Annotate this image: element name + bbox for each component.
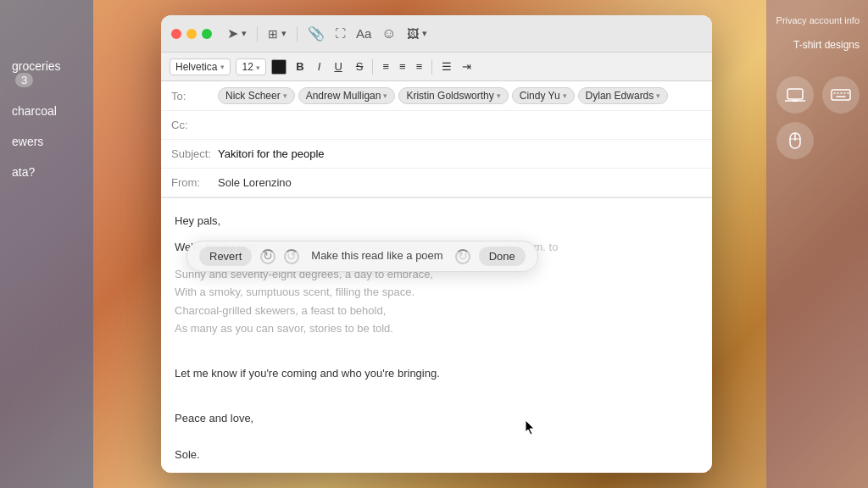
sidebar-item-ewers[interactable]: ewers — [0, 126, 93, 157]
minimize-button[interactable] — [186, 29, 197, 39]
from-field-row: From: Sole Lorenzino — [161, 169, 712, 197]
sidebar-item-label: ewers — [12, 135, 43, 148]
ai-done-spinner-icon: ↻ — [455, 249, 470, 264]
font-size-value: 12 — [242, 61, 253, 73]
subject-value[interactable]: Yakitori for the people — [218, 147, 325, 160]
keyboard-icon[interactable] — [822, 76, 860, 114]
divider — [257, 26, 258, 42]
sidebar-item-label: charcoal — [12, 104, 57, 118]
mail-window: ➤ ▾ ⊞ ▾ 📎 ⛶ Aa ☺ 🖼 ▾ Helvetica ▾ 12 ▾ B … — [161, 15, 712, 473]
font-dropdown-icon: ▾ — [220, 63, 225, 71]
revert-button[interactable]: Revert — [199, 247, 252, 266]
size-dropdown-icon: ▾ — [256, 64, 260, 72]
recipient-name: Kristin Goldsworthy — [406, 90, 493, 102]
align-center-button[interactable]: ≡ — [395, 58, 410, 75]
mouse-icon[interactable] — [776, 122, 814, 159]
archive-icon[interactable]: ⊞ — [268, 27, 278, 41]
to-label: To: — [171, 90, 218, 103]
recipient-nick-scheer[interactable]: Nick Scheer ▾ — [218, 87, 295, 104]
laptop-icon[interactable] — [776, 76, 814, 114]
fullscreen-icon[interactable]: ⛶ — [335, 27, 346, 40]
sidebar-item-label: ata? — [12, 165, 35, 179]
right-panel-title: Privacy account info — [766, 8, 868, 32]
ai-toolbar: Revert ↻ ↺ Make this read like a poem ↻ … — [186, 241, 538, 272]
ai-spinner-icon: ↻ — [260, 249, 275, 264]
icon-grid — [766, 66, 868, 169]
signature-text: Sole. — [175, 446, 698, 463]
recipient-name: Andrew Mulligan — [306, 90, 381, 102]
font-size-selector[interactable]: 12 ▾ — [236, 58, 266, 75]
recipient-name: Dylan Edwards — [586, 90, 654, 102]
maximize-button[interactable] — [202, 29, 212, 39]
emoji-icon[interactable]: ☺ — [381, 25, 396, 42]
poem-text: Sunny and seventy-eight degrees, a day t… — [175, 265, 698, 338]
recipient-dropdown-icon: ▾ — [497, 92, 501, 100]
font-name: Helvetica — [175, 61, 217, 73]
to-field-content: Nick Scheer ▾ Andrew Mulligan ▾ Kristin … — [218, 87, 702, 104]
recipient-dropdown-icon: ▾ — [656, 92, 660, 100]
svg-rect-0 — [787, 89, 803, 99]
right-panel-tshirt[interactable]: T-shirt designs — [766, 32, 868, 58]
recipient-kristin-goldsworthy[interactable]: Kristin Goldsworthy ▾ — [398, 87, 508, 104]
subject-field-row: Subject: Yakitori for the people — [161, 140, 712, 169]
recipient-name: Cindy Yu — [520, 90, 560, 102]
paperclip-icon[interactable]: 📎 — [308, 25, 325, 42]
bold-button[interactable]: B — [292, 58, 308, 75]
recipient-dropdown-icon: ▾ — [383, 92, 387, 100]
align-right-button[interactable]: ≡ — [412, 58, 427, 75]
mail-body[interactable]: Hey pals, We're finally settling the det… — [161, 198, 712, 473]
invite-text: Let me know if you're coming and who you… — [175, 364, 698, 382]
title-bar: ➤ ▾ ⊞ ▾ 📎 ⛶ Aa ☺ 🖼 ▾ — [161, 15, 712, 53]
list-button[interactable]: ☰ — [437, 58, 456, 75]
close-button[interactable] — [171, 29, 181, 39]
send-dropdown-icon[interactable]: ▾ — [242, 28, 247, 39]
poem-line-3: Charcoal-grilled skewers, a feast to beh… — [175, 302, 698, 319]
sidebar-item-charcoal[interactable]: charcoal — [0, 96, 93, 126]
photo-dropdown-icon[interactable]: ▾ — [422, 28, 427, 39]
from-value[interactable]: Sole Lorenzino — [218, 176, 292, 189]
divider2 — [297, 26, 298, 42]
done-button[interactable]: Done — [479, 247, 526, 266]
font-selector[interactable]: Helvetica ▾ — [170, 58, 231, 75]
recipient-dylan-edwards[interactable]: Dylan Edwards ▾ — [578, 87, 669, 104]
greeting: Hey pals, — [175, 212, 698, 230]
recipient-name: Nick Scheer — [225, 90, 281, 102]
cc-label: Cc: — [171, 119, 218, 131]
indent-button[interactable]: ⇥ — [458, 58, 476, 75]
sidebar: groceries 3 charcoal ewers ata? — [0, 0, 93, 488]
recipient-dropdown-icon: ▾ — [283, 92, 287, 100]
format-divider2 — [431, 59, 432, 75]
toolbar: ➤ ▾ ⊞ ▾ 📎 ⛶ Aa ☺ 🖼 ▾ — [227, 25, 427, 42]
sidebar-badge: 3 — [15, 73, 33, 87]
archive-dropdown-icon[interactable]: ▾ — [281, 28, 287, 39]
svg-rect-3 — [832, 90, 850, 100]
list-group: ☰ ⇥ — [437, 58, 476, 75]
send-icon[interactable]: ➤ — [227, 25, 238, 42]
format-divider1 — [372, 59, 373, 75]
peace-text: Peace and love, — [175, 409, 698, 427]
cc-field-row: Cc: — [161, 111, 712, 140]
text-color-picker[interactable] — [271, 59, 287, 75]
recipient-andrew-mulligan[interactable]: Andrew Mulligan ▾ — [298, 87, 396, 104]
photo-icon[interactable]: 🖼 — [407, 27, 419, 41]
traffic-lights — [171, 29, 212, 39]
font-icon[interactable]: Aa — [356, 26, 371, 41]
format-bar: Helvetica ▾ 12 ▾ B I U S ≡ ≡ ≡ ☰ ⇥ — [161, 53, 712, 81]
to-field-row: To: Nick Scheer ▾ Andrew Mulligan ▾ Kris… — [161, 81, 712, 111]
align-group: ≡ ≡ ≡ — [378, 58, 426, 75]
underline-button[interactable]: U — [330, 58, 346, 75]
sidebar-item-groceries[interactable]: groceries 3 — [0, 51, 93, 96]
ai-spinner2-icon: ↺ — [284, 249, 299, 264]
align-left-button[interactable]: ≡ — [378, 58, 393, 75]
ai-suggestion-label: Make this read like a poem — [308, 247, 446, 265]
strikethrough-button[interactable]: S — [352, 58, 368, 75]
sidebar-item-label: groceries — [12, 59, 61, 73]
italic-button[interactable]: I — [314, 58, 326, 75]
recipient-cindy-yu[interactable]: Cindy Yu ▾ — [512, 87, 575, 104]
sidebar-item-ata[interactable]: ata? — [0, 157, 93, 187]
header-fields: To: Nick Scheer ▾ Andrew Mulligan ▾ Kris… — [161, 81, 712, 198]
subject-label: Subject: — [171, 147, 218, 160]
poem-line-4: As many as you can savor, stories to be … — [175, 319, 698, 337]
recipient-dropdown-icon: ▾ — [563, 92, 567, 100]
right-panel: Privacy account info T-shirt designs — [766, 0, 868, 488]
